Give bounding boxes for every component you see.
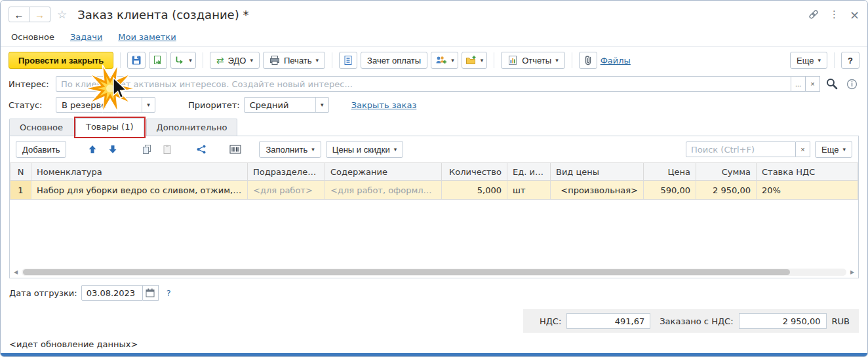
forward-button[interactable]: →: [30, 7, 50, 22]
scrollbar-track[interactable]: [22, 269, 846, 276]
calendar-button[interactable]: [143, 285, 159, 301]
payment-offset-button[interactable]: Зачет оплаты: [361, 52, 427, 69]
tab-additional[interactable]: Дополнительно: [146, 119, 238, 136]
cell-amount[interactable]: 2 950,00: [696, 181, 757, 200]
print-button[interactable]: Печать ▾: [263, 52, 325, 69]
tab-main[interactable]: Основное: [9, 119, 73, 136]
create-based-on-icon: [174, 55, 185, 66]
move-up-icon[interactable]: [85, 141, 100, 157]
vat-value: 491,67: [566, 313, 650, 329]
search-clear-button[interactable]: ×: [796, 141, 810, 157]
column-header-price-type[interactable]: Вид цены: [551, 163, 644, 181]
status-label: Статус:: [9, 100, 52, 110]
print-label: Печать: [284, 56, 312, 66]
toolbar-separator: [572, 52, 572, 68]
help-button[interactable]: ?: [841, 52, 859, 69]
paperclip-icon: [583, 55, 593, 66]
vat-label: НДС:: [540, 316, 561, 326]
chevron-down-icon: ▾: [311, 147, 315, 153]
shipment-help-link[interactable]: ?: [167, 288, 171, 298]
cell-department[interactable]: <для работ>: [248, 181, 325, 200]
cell-nomenclature[interactable]: Набор для уборки ведро со сливом, отжим,…: [31, 181, 248, 200]
cell-price[interactable]: 590,00: [644, 181, 696, 200]
shipment-date-input[interactable]: [81, 285, 143, 301]
chevron-down-icon: ▾: [394, 147, 397, 153]
search-icon[interactable]: [824, 76, 840, 92]
folder-plus-icon: [465, 55, 477, 66]
create-based-on-button[interactable]: ▾: [170, 52, 196, 69]
table-row[interactable]: 1 Набор для уборки ведро со сливом, отжи…: [10, 181, 858, 200]
edo-icon: ⇄: [216, 55, 224, 66]
reports-button[interactable]: Отчеты ▾: [501, 52, 564, 69]
scroll-left-icon[interactable]: ◀: [11, 269, 20, 275]
document-register-button[interactable]: [339, 52, 357, 69]
horizontal-scrollbar[interactable]: ◀ ▶: [11, 267, 857, 277]
barcode-scanner-icon[interactable]: [227, 141, 243, 157]
fill-button[interactable]: Заполнить ▾: [259, 141, 321, 158]
users-button[interactable]: ▾: [431, 52, 458, 69]
edo-button[interactable]: ⇄ ЭДО ▾: [210, 52, 260, 69]
column-header-vat[interactable]: Ставка НДС: [757, 163, 858, 181]
close-icon[interactable]: ×: [850, 8, 859, 22]
column-header-unit[interactable]: Ед. изм.: [507, 163, 551, 181]
main-toolbar: Провести и закрыть ▾ ⇄ ЭДО ▾ Печать ▾ За…: [1, 47, 867, 74]
goods-panel: Добавить Заполнить ▾ Цены и скидки ▾: [9, 136, 859, 278]
status-value: В резерве: [56, 100, 142, 110]
share-icon[interactable]: [193, 141, 209, 157]
copy-icon[interactable]: [139, 141, 155, 157]
move-down-icon[interactable]: [105, 141, 121, 157]
paste-icon[interactable]: [159, 141, 175, 157]
nav-item-notes[interactable]: Мои заметки: [118, 32, 176, 42]
priority-label: Приоритет:: [188, 100, 240, 110]
chevron-down-icon: ▾: [316, 58, 319, 64]
interest-input[interactable]: [56, 76, 791, 92]
column-header-price[interactable]: Цена: [644, 163, 696, 181]
priority-select[interactable]: Средний ▾: [244, 97, 329, 113]
table-more-button[interactable]: Еще ▾: [815, 141, 852, 158]
back-button[interactable]: ←: [9, 7, 30, 22]
column-header-nomenclature[interactable]: Номенклатура: [31, 163, 248, 181]
add-row-button[interactable]: Добавить: [16, 141, 66, 158]
kebab-menu-icon[interactable]: ⋮: [829, 9, 839, 20]
nav-tabs: Основное Задачи Мои заметки: [1, 28, 867, 47]
table-more-label: Еще: [821, 145, 838, 155]
nav-item-tasks[interactable]: Задачи: [70, 32, 102, 42]
list-report-icon: [343, 55, 353, 66]
close-order-link[interactable]: Закрыть заказ: [351, 100, 417, 110]
prices-discounts-button[interactable]: Цены и скидки ▾: [326, 141, 403, 158]
toolbar-separator: [332, 52, 332, 68]
scrollbar-thumb[interactable]: [23, 269, 790, 275]
tab-goods[interactable]: Товары (1): [75, 118, 144, 136]
link-icon[interactable]: [808, 9, 819, 20]
cell-unit[interactable]: шт: [507, 181, 551, 200]
interest-ellipsis-button[interactable]: ...: [791, 76, 806, 92]
calendar-icon: [146, 288, 155, 297]
cell-quantity[interactable]: 5,000: [442, 181, 507, 200]
favorite-star-icon[interactable]: ☆: [57, 8, 67, 21]
cell-n[interactable]: 1: [10, 181, 31, 200]
cell-content[interactable]: <для работ, оформляем…: [325, 181, 442, 200]
post-and-close-button[interactable]: Провести и закрыть: [9, 52, 113, 69]
save-button[interactable]: [127, 52, 146, 69]
files-link[interactable]: Файлы: [601, 56, 631, 66]
table-header-row: N Номенклатура Подразделени… Содержание …: [10, 163, 858, 181]
scroll-right-icon[interactable]: ▶: [848, 269, 857, 275]
column-header-amount[interactable]: Сумма: [696, 163, 757, 181]
more-button[interactable]: Еще ▾: [790, 52, 827, 69]
cell-price-type[interactable]: <произвольная>: [551, 181, 644, 200]
column-header-quantity[interactable]: Количество: [442, 163, 507, 181]
currency-label: RUB: [832, 316, 850, 326]
cell-vat[interactable]: 20%: [757, 181, 858, 200]
attachments-button[interactable]: [579, 52, 597, 69]
interest-clear-button[interactable]: ×: [806, 76, 820, 92]
column-header-content[interactable]: Содержание: [325, 163, 442, 181]
create-attached-button[interactable]: ▾: [462, 52, 488, 69]
info-icon[interactable]: [844, 76, 859, 92]
column-header-department[interactable]: Подразделени…: [248, 163, 325, 181]
post-document-button[interactable]: [149, 52, 167, 69]
nav-item-main[interactable]: Основное: [11, 32, 54, 42]
column-header-n[interactable]: N: [10, 163, 31, 181]
status-select[interactable]: В резерве ▾: [56, 97, 155, 113]
toolbar-separator: [203, 52, 203, 68]
table-search-input[interactable]: [686, 141, 796, 157]
